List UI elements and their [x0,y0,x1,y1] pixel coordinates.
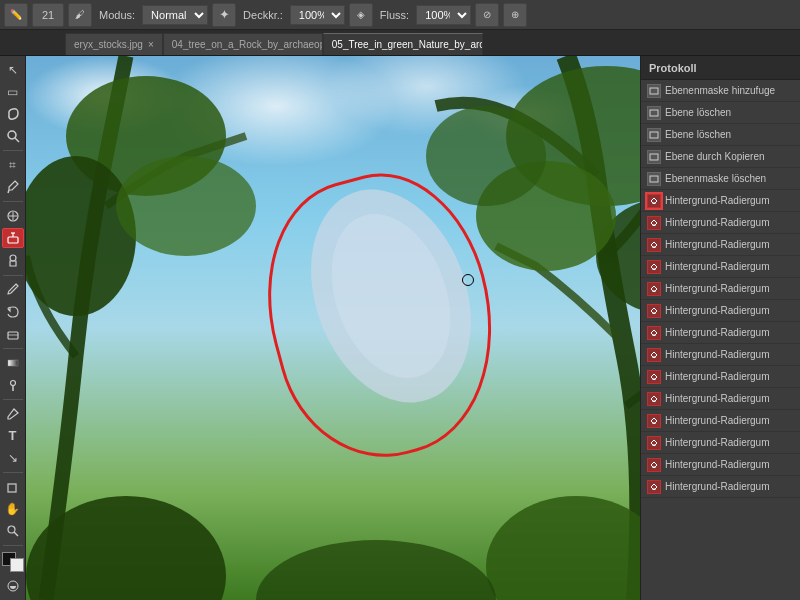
brush-tool[interactable] [2,279,24,299]
history-item-text-6: Hintergrund-Radiergum [665,217,770,228]
quick-mask-tool[interactable] [2,576,24,596]
tool-sep-2 [3,201,23,202]
history-item-10[interactable]: Hintergrund-Radiergum [641,300,800,322]
history-item-9[interactable]: Hintergrund-Radiergum [641,278,800,300]
svg-rect-34 [650,154,658,160]
history-item-icon-6 [647,216,661,230]
history-brush-tool[interactable] [2,302,24,322]
history-item-16[interactable]: Hintergrund-Radiergum [641,432,800,454]
svg-line-1 [15,138,19,142]
opacity-label: Deckkr.: [240,9,286,21]
history-item-3[interactable]: Ebene durch Kopieren [641,146,800,168]
history-item-17[interactable]: Hintergrund-Radiergum [641,454,800,476]
svg-point-0 [8,131,16,139]
tool-sep-7 [3,545,23,546]
history-item-text-14: Hintergrund-Radiergum [665,393,770,404]
history-item-5[interactable]: Hintergrund-Radiergum [641,190,800,212]
brush-size-display[interactable]: 21 [32,3,64,27]
history-item-text-4: Ebenenmaske löschen [665,173,766,184]
svg-rect-32 [650,110,658,116]
tool-sep-3 [3,275,23,276]
history-item-icon-16 [647,436,661,450]
history-item-icon-11 [647,326,661,340]
history-item-icon-8 [647,260,661,274]
foreground-color[interactable] [2,552,24,572]
history-item-text-9: Hintergrund-Radiergum [665,283,770,294]
tab-0-label: eryx_stocks.jpg [74,39,143,50]
tool-sep-4 [3,348,23,349]
history-item-15[interactable]: Hintergrund-Radiergum [641,410,800,432]
brush-preset-icon[interactable]: 🖌 [68,3,92,27]
flow-icon[interactable]: ⊘ [475,3,499,27]
svg-point-28 [256,540,496,600]
selection-tool[interactable]: ▭ [2,82,24,102]
history-item-13[interactable]: Hintergrund-Radiergum [641,366,800,388]
flow-select[interactable]: 100% [416,5,471,25]
history-panel-title: Protokoll [641,56,800,80]
svg-line-17 [14,532,18,536]
history-item-8[interactable]: Hintergrund-Radiergum [641,256,800,278]
hand-tool[interactable]: ✋ [2,499,24,519]
extra-icon[interactable]: ⊕ [503,3,527,27]
background-eraser-tool[interactable] [2,228,24,248]
svg-rect-6 [8,237,18,243]
history-item-icon-17 [647,458,661,472]
svg-point-16 [8,526,15,533]
history-item-text-0: Ebenenmaske hinzufuge [665,85,775,96]
airbrush-icon[interactable]: ✦ [212,3,236,27]
path-select-tool[interactable]: ↘ [2,448,24,468]
top-toolbar: ✏️ 21 🖌 Modus: Normal ✦ Deckkr.: 100% ◈ … [0,0,800,30]
history-item-icon-14 [647,392,661,406]
history-item-text-1: Ebene löschen [665,107,731,118]
opacity-select[interactable]: 100% [290,5,345,25]
move-tool[interactable]: ↖ [2,60,24,80]
opacity-icon[interactable]: ◈ [349,3,373,27]
history-item-0[interactable]: Ebenenmaske hinzufuge [641,80,800,102]
healing-brush-tool[interactable] [2,206,24,226]
tab-1[interactable]: 04_tree_on_a_Rock_by_archaeopteryx_stock… [163,33,323,55]
history-item-14[interactable]: Hintergrund-Radiergum [641,388,800,410]
tab-0[interactable]: eryx_stocks.jpg × [65,33,163,55]
crop-tool[interactable]: ⌗ [2,155,24,175]
history-item-icon-4 [647,172,661,186]
svg-point-9 [10,255,16,261]
history-item-icon-0 [647,84,661,98]
tab-0-close[interactable]: × [148,39,154,50]
svg-point-24 [426,106,546,206]
quick-select-tool[interactable] [2,126,24,146]
lasso-tool[interactable] [2,104,24,124]
canvas-image [26,56,640,600]
canvas-area[interactable] [26,56,640,600]
history-item-icon-3 [647,150,661,164]
history-item-12[interactable]: Hintergrund-Radiergum [641,344,800,366]
history-item-1[interactable]: Ebene löschen [641,102,800,124]
history-item-6[interactable]: Hintergrund-Radiergum [641,212,800,234]
zoom-tool[interactable] [2,521,24,541]
history-item-2[interactable]: Ebene löschen [641,124,800,146]
eraser-tool[interactable] [2,324,24,344]
history-item-icon-15 [647,414,661,428]
svg-rect-12 [8,360,18,366]
tool-icon-1[interactable]: ✏️ [4,3,28,27]
history-item-4[interactable]: Ebenenmaske löschen [641,168,800,190]
text-tool[interactable]: T [2,426,24,446]
main-area: ↖ ▭ ⌗ [0,56,800,600]
history-item-icon-12 [647,348,661,362]
shapes-tool[interactable] [2,477,24,497]
gradient-tool[interactable] [2,353,24,373]
mode-select[interactable]: Normal [142,5,208,25]
svg-point-27 [486,496,640,600]
tree-svg [26,56,640,600]
history-item-icon-18 [647,480,661,494]
tab-2[interactable]: 05_Tree_in_green_Nature_by_arc × [323,33,483,55]
history-item-text-2: Ebene löschen [665,129,731,140]
pen-tool[interactable] [2,404,24,424]
history-item-11[interactable]: Hintergrund-Radiergum [641,322,800,344]
stamp-tool[interactable] [2,250,24,270]
dodge-tool[interactable] [2,375,24,395]
history-item-text-13: Hintergrund-Radiergum [665,371,770,382]
history-item-18[interactable]: Hintergrund-Radiergum [641,476,800,498]
eyedropper-tool[interactable] [2,177,24,197]
history-panel: Protokoll Ebenenmaske hinzufugeEbene lös… [640,56,800,600]
history-item-7[interactable]: Hintergrund-Radiergum [641,234,800,256]
